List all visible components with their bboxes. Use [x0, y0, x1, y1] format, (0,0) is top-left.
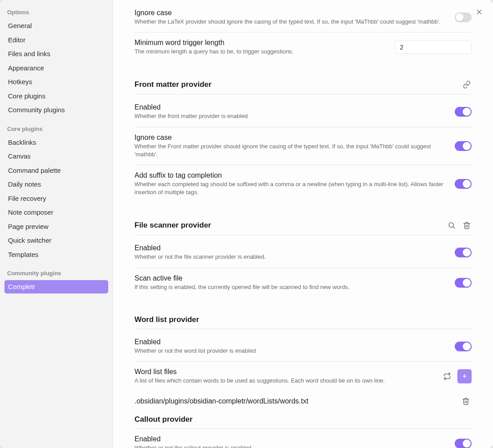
sidebar-item-templates[interactable]: Templates — [4, 248, 108, 261]
sidebar-item-appearance[interactable]: Appearance — [4, 61, 108, 75]
delete-button[interactable] — [462, 220, 472, 230]
search-button[interactable] — [447, 220, 456, 230]
toggle-switch[interactable] — [455, 12, 472, 22]
sidebar-item-editor[interactable]: Editor — [4, 33, 108, 47]
setting-desc: Whether each completed tag should be suf… — [134, 180, 446, 196]
sidebar-item-label: Hotkeys — [8, 78, 32, 86]
sidebar-item-hotkeys[interactable]: Hotkeys — [4, 75, 108, 89]
toggle-switch[interactable] — [455, 107, 472, 117]
sidebar-item-label: Page preview — [8, 223, 49, 230]
section-callout: Callout provider — [134, 415, 472, 424]
close-button[interactable] — [473, 6, 485, 18]
sidebar-item-label: Canvas — [8, 152, 31, 160]
link-button[interactable] — [462, 80, 472, 90]
sidebar-item-label: Files and links — [8, 50, 50, 57]
setting-title: Enabled — [134, 338, 446, 346]
sidebar-heading: Options — [4, 6, 108, 19]
sidebar-item-core-plugins[interactable]: Core plugins — [4, 90, 108, 103]
toggle-switch[interactable] — [455, 342, 472, 351]
setting-title: Ignore case — [134, 134, 446, 142]
settings-window: OptionsGeneralEditorFiles and linksAppea… — [0, 0, 493, 448]
sidebar-item-label: Templates — [8, 251, 38, 258]
setting-desc: If this setting is enabled, the currentl… — [134, 283, 446, 291]
word-list-file-path: .obsidian/plugins/obsidian-completr/word… — [134, 397, 308, 405]
sidebar-item-files-and-links[interactable]: Files and links — [4, 47, 108, 61]
sidebar-item-label: Appearance — [8, 64, 44, 72]
section-front-matter: Front matter provider — [134, 80, 472, 94]
sidebar-item-page-preview[interactable]: Page preview — [4, 220, 108, 233]
setting-desc: Whether or not the file scanner provider… — [134, 253, 446, 261]
sidebar-item-label: Editor — [8, 36, 25, 44]
setting-wordlist-enabled: Enabled Whether or not the word list pro… — [134, 332, 472, 362]
trash-icon — [462, 397, 470, 405]
sidebar-item-label: Quick switcher — [8, 236, 52, 244]
setting-frontmatter-add-suffix: Add suffix to tag completion Whether eac… — [134, 165, 472, 203]
setting-desc: Whether the LaTeX provider should ignore… — [134, 18, 446, 26]
sidebar-item-label: File recovery — [8, 195, 46, 202]
setting-frontmatter-enabled: Enabled Whether the front matter provide… — [134, 97, 472, 127]
sidebar-item-general[interactable]: General — [4, 19, 108, 33]
sidebar-item-daily-notes[interactable]: Daily notes — [4, 178, 108, 191]
section-title: Word list provider — [134, 315, 199, 324]
setting-scanner-enabled: Enabled Whether or not the file scanner … — [134, 238, 472, 268]
toggle-switch[interactable] — [455, 439, 472, 448]
toggle-switch[interactable] — [455, 278, 472, 288]
svg-point-2 — [449, 223, 454, 228]
setting-desc: Whether the Front matter provider should… — [134, 143, 446, 159]
sidebar-item-file-recovery[interactable]: File recovery — [4, 192, 108, 205]
sidebar-item-community-plugins[interactable]: Community plugins — [4, 103, 108, 117]
toggle-switch[interactable] — [455, 141, 472, 151]
close-icon — [475, 8, 483, 16]
setting-title: Add suffix to tag completion — [134, 171, 446, 179]
sidebar-item-command-palette[interactable]: Command palette — [4, 164, 108, 177]
sidebar-item-label: Daily notes — [8, 180, 41, 188]
setting-title: Enabled — [134, 244, 446, 252]
setting-title: Minimum word trigger length — [134, 39, 386, 47]
sidebar-item-backlinks[interactable]: Backlinks — [4, 136, 108, 149]
plus-icon: + — [462, 372, 467, 380]
sidebar-heading: Community plugins — [4, 262, 108, 280]
delete-file-button[interactable] — [460, 395, 472, 407]
setting-desc: A list of files which contain words to b… — [134, 377, 432, 385]
setting-title: Scan active file — [134, 274, 446, 282]
setting-desc: Whether or not the callout provider is e… — [134, 444, 446, 448]
setting-title: Enabled — [134, 103, 446, 111]
setting-min-word-length: Minimum word trigger length The minimum … — [134, 33, 472, 62]
sidebar-item-canvas[interactable]: Canvas — [4, 150, 108, 163]
setting-desc: The minimum length a query has to be, to… — [134, 48, 386, 56]
settings-sidebar: OptionsGeneralEditorFiles and linksAppea… — [0, 0, 113, 448]
setting-title: Enabled — [134, 435, 446, 443]
min-word-input[interactable] — [395, 41, 472, 54]
setting-desc: Whether the front matter provider is ena… — [134, 112, 446, 120]
svg-line-3 — [453, 227, 454, 228]
sidebar-item-label: Completr — [8, 283, 35, 290]
sidebar-item-label: Core plugins — [8, 92, 45, 100]
sidebar-item-note-composer[interactable]: Note composer — [4, 206, 108, 219]
section-word-list: Word list provider — [134, 315, 472, 329]
toggle-switch[interactable] — [455, 179, 472, 189]
trash-icon — [463, 221, 471, 229]
search-icon — [448, 221, 456, 229]
toggle-switch[interactable] — [455, 248, 472, 257]
reload-button[interactable] — [441, 371, 453, 382]
setting-callout-enabled: Enabled Whether or not the callout provi… — [134, 428, 472, 448]
settings-content: Ignore case Whether the LaTeX provider s… — [113, 0, 493, 448]
sidebar-heading: Core plugins — [4, 118, 108, 136]
setting-desc: Whether or not the word list provider is… — [134, 347, 446, 355]
section-file-scanner: File scanner provider — [134, 220, 472, 235]
refresh-icon — [443, 372, 451, 380]
sidebar-item-completr[interactable]: Completr — [4, 280, 108, 293]
sidebar-item-label: Note composer — [8, 208, 53, 216]
add-file-button[interactable]: + — [457, 369, 472, 383]
sidebar-item-label: General — [8, 22, 32, 29]
sidebar-item-label: Command palette — [8, 167, 61, 174]
sidebar-item-label: Backlinks — [8, 138, 36, 146]
link-icon — [463, 81, 471, 89]
setting-title: Word list files — [134, 368, 432, 376]
setting-frontmatter-ignore-case: Ignore case Whether the Front matter pro… — [134, 127, 472, 165]
sidebar-item-quick-switcher[interactable]: Quick switcher — [4, 234, 108, 247]
setting-title: Ignore case — [134, 9, 446, 17]
setting-scan-active-file: Scan active file If this setting is enab… — [134, 268, 472, 297]
section-title: Front matter provider — [134, 80, 212, 89]
setting-latex-ignore-case: Ignore case Whether the LaTeX provider s… — [134, 3, 472, 33]
